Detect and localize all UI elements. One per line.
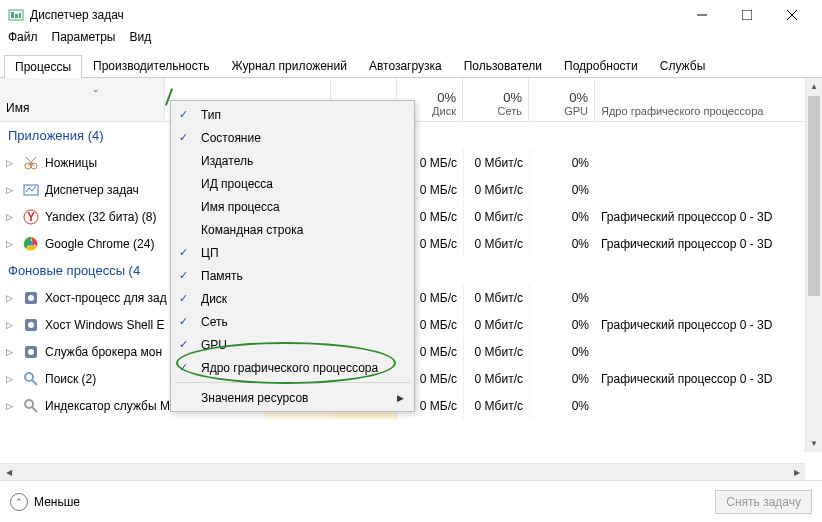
tab-services[interactable]: Службы [649,54,716,77]
submenu-arrow-icon: ▶ [397,393,404,403]
menu-item-label: Имя процесса [201,200,280,214]
menu-item-label: ИД процесса [201,177,273,191]
menu-options[interactable]: Параметры [52,30,116,50]
expand-icon[interactable]: ▷ [6,374,14,384]
column-header-name[interactable]: ⌄ Имя [0,78,165,121]
menu-item-label: Издатель [201,154,253,168]
check-icon: ✓ [179,246,188,259]
menu-item[interactable]: ✓Диск [173,287,412,310]
scroll-up-icon[interactable]: ▲ [806,78,822,95]
process-name: Ножницы [45,156,97,170]
svg-line-26 [32,407,37,412]
column-header-gpu-core[interactable]: Ядро графического процессора [595,78,822,121]
svg-point-20 [28,322,34,328]
cell-gpu-core [595,284,822,311]
process-name: Yandex (32 бита) (8) [45,210,156,224]
tab-bar: Процессы Производительность Журнал прило… [0,50,822,78]
cell-net: 0 Мбит/c [463,203,529,230]
scroll-down-icon[interactable]: ▼ [806,435,822,452]
cell-net: 0 Мбит/c [463,176,529,203]
menu-item-label: Память [201,269,243,283]
check-icon: ✓ [179,108,188,121]
cell-gpu-core: Графический процессор 0 - 3D [595,311,822,338]
titlebar: Диспетчер задач [0,0,822,30]
window-controls [679,1,814,29]
cell-gpu: 0% [529,311,595,338]
expand-icon[interactable]: ▷ [6,239,14,249]
check-icon: ✓ [179,269,188,282]
svg-rect-1 [11,12,14,18]
cell-gpu-core: Графический процессор 0 - 3D [595,230,822,257]
menu-separator [175,382,410,383]
menu-file[interactable]: Файл [8,30,38,50]
expand-icon[interactable]: ▷ [6,347,14,357]
scroll-right-icon[interactable]: ▶ [788,464,805,480]
maximize-button[interactable] [724,1,769,29]
svg-rect-3 [19,13,21,18]
menu-item[interactable]: Значения ресурсов▶ [173,386,412,409]
menu-item-label: Значения ресурсов [201,391,308,405]
process-icon: Y [23,209,39,225]
cell-gpu: 0% [529,338,595,365]
close-button[interactable] [769,1,814,29]
menu-item[interactable]: ✓Тип [173,103,412,126]
menu-item[interactable]: ✓ЦП [173,241,412,264]
expand-icon[interactable]: ▷ [6,401,14,411]
process-name: Поиск (2) [45,372,96,386]
tab-details[interactable]: Подробности [553,54,649,77]
fewer-details-button[interactable]: ⌃ Меньше [10,493,80,511]
menu-item[interactable]: ИД процесса [173,172,412,195]
check-icon: ✓ [179,361,188,374]
cell-gpu-core [595,392,822,419]
column-name-label: Имя [6,101,29,115]
expand-icon[interactable]: ▷ [6,320,14,330]
menu-item-label: GPU [201,338,227,352]
sort-indicator-icon: ⌄ [92,84,100,94]
menu-item[interactable]: ✓Ядро графического процессора [173,356,412,379]
tab-performance[interactable]: Производительность [82,54,220,77]
cell-net: 0 Мбит/c [463,149,529,176]
tab-app-history[interactable]: Журнал приложений [221,54,358,77]
svg-text:Y: Y [27,210,35,224]
cell-net: 0 Мбит/c [463,365,529,392]
process-name: Диспетчер задач [45,183,139,197]
tab-users[interactable]: Пользователи [453,54,553,77]
svg-line-10 [26,157,34,166]
process-icon [23,317,39,333]
cell-gpu-core [595,176,822,203]
check-icon: ✓ [179,131,188,144]
process-icon [23,236,39,252]
expand-icon[interactable]: ▷ [6,158,14,168]
vertical-scrollbar[interactable]: ▲ ▼ [805,78,822,452]
scrollbar-thumb[interactable] [808,96,820,296]
end-task-button[interactable]: Снять задачу [715,490,812,514]
process-name: Служба брокера мон [45,345,162,359]
menu-item-label: Сеть [201,315,228,329]
expand-icon[interactable]: ▷ [6,293,14,303]
minimize-button[interactable] [679,1,724,29]
process-icon [23,155,39,171]
scroll-left-icon[interactable]: ◀ [0,464,17,480]
column-header-gpu[interactable]: 0%GPU [529,78,595,121]
horizontal-scrollbar[interactable]: ◀ ▶ [0,463,805,480]
menu-item[interactable]: ✓GPU [173,333,412,356]
menu-item-label: Командная строка [201,223,303,237]
column-header-network[interactable]: 0%Сеть [463,78,529,121]
expand-icon[interactable]: ▷ [6,185,14,195]
cell-gpu: 0% [529,392,595,419]
menu-item[interactable]: ✓Сеть [173,310,412,333]
tab-startup[interactable]: Автозагрузка [358,54,453,77]
menu-item[interactable]: Командная строка [173,218,412,241]
svg-line-11 [28,157,36,166]
svg-rect-2 [15,14,18,18]
menu-item[interactable]: ✓Память [173,264,412,287]
svg-point-22 [28,349,34,355]
process-icon [23,398,39,414]
menu-item[interactable]: ✓Состояние [173,126,412,149]
menu-view[interactable]: Вид [129,30,151,50]
cell-net: 0 Мбит/c [463,338,529,365]
tab-processes[interactable]: Процессы [4,55,82,78]
menu-item[interactable]: Имя процесса [173,195,412,218]
expand-icon[interactable]: ▷ [6,212,14,222]
menu-item[interactable]: Издатель [173,149,412,172]
